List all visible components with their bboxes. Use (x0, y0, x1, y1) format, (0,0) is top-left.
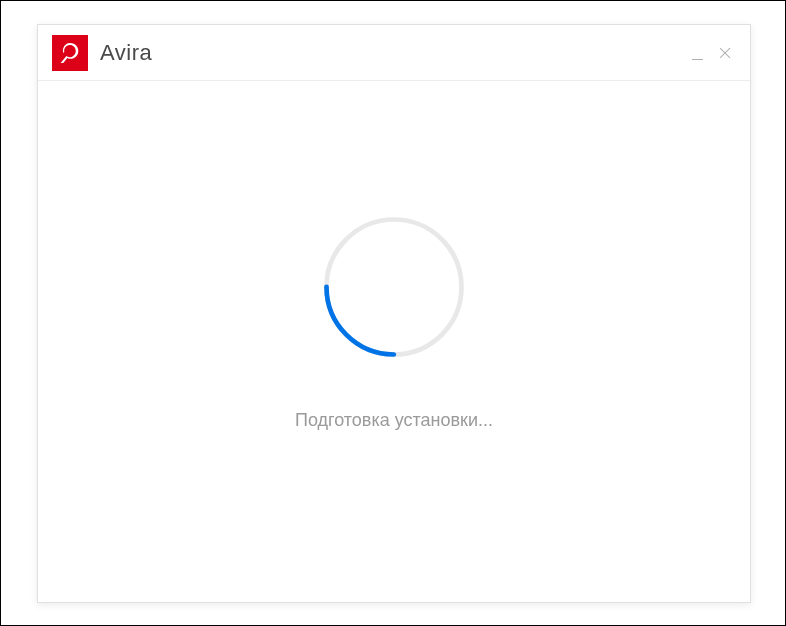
content-area: Подготовка установки... (38, 81, 750, 602)
installer-window: Avira Подготовка установки... (37, 24, 751, 603)
app-title: Avira (100, 40, 152, 66)
avira-logo-icon (52, 35, 88, 71)
titlebar: Avira (38, 25, 750, 81)
loading-spinner-icon (319, 212, 469, 362)
status-text: Подготовка установки... (295, 410, 493, 431)
window-controls (690, 46, 736, 60)
close-button[interactable] (718, 46, 732, 60)
minimize-button[interactable] (690, 46, 704, 60)
